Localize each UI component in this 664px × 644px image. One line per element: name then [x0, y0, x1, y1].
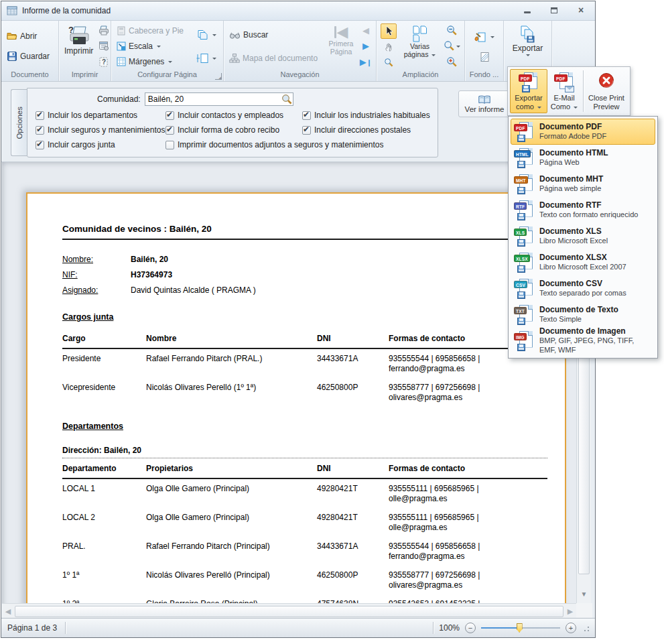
chevron-down-icon	[526, 54, 530, 58]
view-report-button[interactable]: Ver informe	[458, 90, 511, 117]
group-label-fondo: Fondo ...	[465, 70, 503, 81]
checkbox-icon	[36, 141, 44, 149]
chevron-down-icon	[212, 34, 216, 38]
margins-button[interactable]: Márgenes	[114, 56, 186, 68]
zoom-level-icon[interactable]	[444, 40, 455, 52]
hand-icon	[384, 42, 394, 52]
pdf-email-icon: PDF	[554, 72, 574, 92]
search-button[interactable]: Buscar	[226, 28, 324, 42]
header-footer-button: Cabecera y Pie	[114, 25, 186, 37]
floppy-icon	[517, 265, 525, 273]
next-page-icon[interactable]: ▶	[362, 42, 369, 50]
checkbox-incluir-industriales[interactable]: Incluir los industriales habituales	[302, 111, 432, 120]
preview-area[interactable]: Comunidad de vecinos : Bailén, 20 Nombre…	[2, 162, 576, 603]
ribbon-group-imprimir: ? Imprimir ? Imprimir	[59, 21, 111, 81]
scroll-left-icon[interactable]: ◀	[2, 607, 14, 616]
menu-item-html[interactable]: HTML Documento HTMLPágina Web	[511, 145, 655, 171]
email-as-button[interactable]: PDF E-Mail Como	[547, 69, 581, 113]
checkbox-incluir-cargos[interactable]: Incluir cargos junta	[36, 140, 165, 149]
checkbox-incluir-direcciones[interactable]: Incluir direcciones postales	[302, 125, 432, 135]
menu-item-imagen[interactable]: IMG Documento de ImagenBMP, GIF, JPEG, P…	[511, 328, 655, 354]
watermark-button[interactable]	[479, 52, 490, 62]
zoom-out-icon[interactable]	[446, 25, 458, 36]
page-indicator: Página 1 de 3	[1, 623, 65, 633]
menu-item-pdf[interactable]: PDF Documento PDFFormato Adobe PDF	[511, 119, 655, 145]
ribbon-group-ampliacion: Variaspáginas Ampliación	[377, 21, 465, 81]
page-color-button[interactable]	[471, 30, 497, 44]
zoom-in-icon[interactable]	[446, 56, 458, 68]
cargos-table: CargoNombre DNIFormas de contacto Presid…	[62, 328, 547, 407]
menu-item-xls[interactable]: XLS Documento XLSLibro Microsoft Excel	[511, 223, 655, 249]
zoom-tool-button[interactable]	[381, 56, 397, 69]
titlebar: Informe de la comunidad ×	[1, 1, 595, 21]
pdf-file-icon: PDF	[514, 122, 534, 142]
scroll-down-icon[interactable]: ▼	[577, 590, 591, 598]
checkbox-incluir-cobro[interactable]: Incluir forma de cobro recibo	[165, 125, 302, 135]
report-fields: Nombre:Bailén, 20 NIF:H37364973 Asignado…	[62, 255, 547, 295]
print-help-icon[interactable]: ?	[98, 57, 109, 67]
print-options-icon[interactable]	[98, 41, 109, 51]
zoom-in-button[interactable]: +	[566, 623, 576, 633]
margins-icon	[117, 57, 126, 66]
maximize-button[interactable]	[545, 5, 563, 15]
group-label-documento: Documento	[1, 70, 58, 81]
checkbox-incluir-seguros[interactable]: Incluir seguros y mantenimientos	[36, 125, 165, 135]
floppy-icon	[517, 161, 525, 168]
menu-item-rtf[interactable]: RTF Documento RTFTexto con formato enriq…	[511, 197, 655, 223]
direccion-line: Dirección: Bailén, 20	[62, 446, 547, 458]
checkbox-incluir-departamentos[interactable]: Incluir los departamentos	[36, 111, 165, 120]
menu-item-xlsx[interactable]: XLSX Documento XLSXLibro Microsoft Excel…	[511, 249, 655, 275]
chevron-down-icon	[574, 107, 578, 111]
save-button[interactable]: Guardar	[4, 50, 56, 63]
floppy-icon	[517, 318, 525, 325]
field-value: Bailén, 20	[131, 255, 168, 264]
hand-tool-button[interactable]	[381, 40, 397, 55]
horizontal-scroll-thumb[interactable]	[15, 606, 563, 617]
chevron-down-icon	[490, 36, 494, 40]
section-cargos-junta: Cargos junta	[62, 312, 547, 322]
group-label-ampliacion: Ampliación	[377, 70, 464, 81]
menu-item-texto[interactable]: TXT Documento de TextoTexto Simple	[511, 302, 655, 328]
pdf-save-icon: PDF	[519, 72, 539, 92]
document-page: Comunidad de vecinos : Bailén, 20 Nombre…	[26, 192, 566, 603]
quick-print-icon[interactable]	[98, 25, 109, 36]
open-button[interactable]: Abrir	[4, 29, 56, 43]
dialog-launcher-icon[interactable]	[215, 73, 222, 80]
ribbon-group-documento: Abrir Guardar Documento	[1, 21, 59, 81]
export-menu: PDF Documento PDFFormato Adobe PDF HTML …	[508, 116, 658, 359]
group-label-configurar: Configurar Página	[111, 70, 223, 81]
menu-item-csv[interactable]: CSV Documento CSVTexto separado por coma…	[511, 275, 655, 302]
zoom-slider-thumb[interactable]	[517, 623, 523, 633]
orientation-button[interactable]	[194, 52, 219, 65]
chevron-down-icon	[431, 54, 436, 58]
resize-grip[interactable]	[582, 624, 590, 632]
chevron-down-icon	[537, 107, 541, 111]
minimize-button[interactable]	[519, 5, 536, 15]
paper-size-button[interactable]	[194, 28, 219, 42]
close-button[interactable]: ×	[572, 5, 590, 15]
checkbox-imprimir-adjuntos[interactable]: Imprimir documentos adjuntos a seguros y…	[165, 140, 432, 149]
field-label: Asignado:	[62, 285, 131, 295]
last-page-icon[interactable]: ▶❙	[360, 58, 372, 66]
pointer-tool-button[interactable]	[381, 23, 397, 39]
export-as-button[interactable]: PDF Exportar como	[510, 69, 547, 113]
menu-item-mht[interactable]: MHT Documento MHTPágina web simple	[511, 171, 655, 197]
report-title: Comunidad de vecinos : Bailén, 20	[62, 224, 547, 240]
orientation-icon	[196, 53, 208, 64]
zoom-out-button[interactable]: −	[465, 623, 476, 633]
options-panel: Comunidad: Incluir los departamentos Inc…	[27, 88, 438, 157]
horizontal-scrollbar[interactable]: ◀ ▶	[2, 603, 576, 619]
scroll-right-icon[interactable]: ▶	[564, 607, 576, 616]
scale-button[interactable]: Escala	[114, 40, 186, 52]
options-tab[interactable]: Opciones	[11, 89, 27, 156]
community-input[interactable]	[145, 94, 281, 104]
community-search-icon[interactable]	[281, 93, 293, 105]
print-button[interactable]: ? Imprimir	[62, 23, 96, 70]
close-print-preview-button[interactable]: Close Print Preview	[586, 69, 627, 113]
zoom-slider[interactable]	[481, 623, 560, 633]
checkbox-incluir-contactos[interactable]: Incluir contactos y empleados	[165, 111, 302, 120]
export-button[interactable]: Exportar	[510, 23, 545, 70]
first-page-button: ◀ PrimeraPágina	[324, 23, 358, 70]
floppy-icon	[517, 213, 525, 220]
multiple-pages-button[interactable]: Variaspáginas	[401, 23, 439, 70]
